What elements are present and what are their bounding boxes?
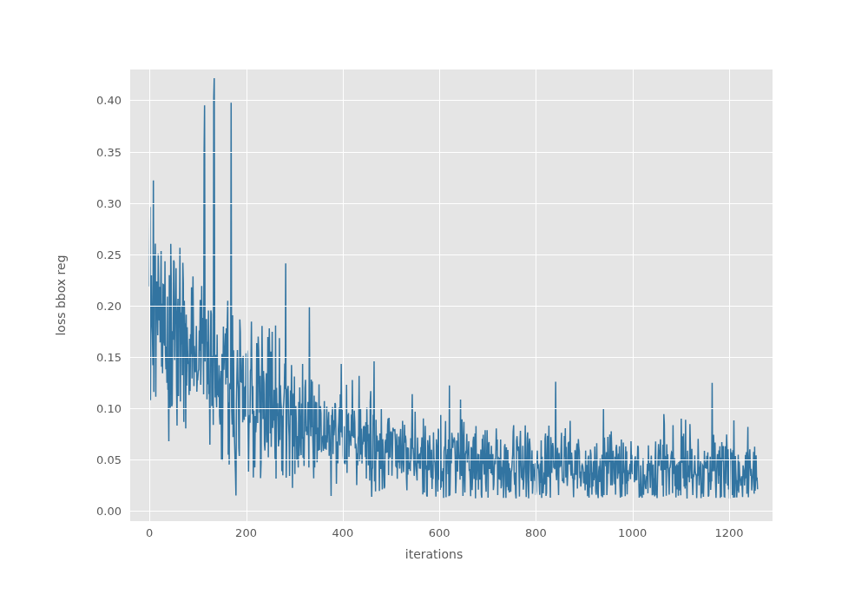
y-tick-label: 0.10: [78, 402, 122, 415]
y-tick-label: 0.40: [78, 94, 122, 107]
x-tick-label: 0: [146, 526, 153, 539]
series-line-loss-bbox-reg: [149, 78, 757, 499]
x-tick-label: 1200: [714, 526, 743, 539]
grid-line-horizontal: [130, 100, 773, 101]
y-tick-label: 0.00: [78, 505, 122, 518]
grid-line-horizontal: [130, 306, 773, 307]
figure: iterations loss bbox reg 020040060080010…: [0, 0, 868, 608]
grid-line-vertical: [633, 69, 634, 521]
grid-line-vertical: [536, 69, 536, 521]
x-tick-label: 600: [429, 526, 450, 539]
grid-line-vertical: [247, 69, 247, 521]
grid-line-horizontal: [130, 254, 773, 255]
x-tick-label: 400: [332, 526, 353, 539]
plot-svg: [130, 69, 773, 521]
grid-line-horizontal: [130, 511, 773, 512]
y-tick-label: 0.20: [78, 299, 122, 312]
y-tick-label: 0.05: [78, 453, 122, 466]
y-tick-label: 0.25: [78, 248, 122, 261]
grid-line-vertical: [729, 69, 730, 521]
grid-line-horizontal: [130, 152, 773, 153]
x-tick-label: 200: [235, 526, 257, 539]
grid-line-horizontal: [130, 408, 773, 409]
grid-line-vertical: [149, 69, 150, 521]
y-tick-label: 0.30: [78, 196, 122, 209]
x-tick-label: 1000: [618, 526, 647, 539]
grid-line-vertical: [343, 69, 344, 521]
y-tick-label: 0.35: [78, 145, 122, 158]
grid-line-horizontal: [130, 357, 773, 358]
axes: [130, 69, 773, 521]
y-axis-label: loss bbox reg: [54, 254, 68, 335]
x-tick-label: 800: [525, 526, 547, 539]
grid-line-vertical: [439, 69, 440, 521]
y-tick-label: 0.15: [78, 350, 122, 363]
grid-line-horizontal: [130, 203, 773, 204]
grid-line-horizontal: [130, 459, 773, 460]
x-axis-label: iterations: [0, 547, 868, 561]
